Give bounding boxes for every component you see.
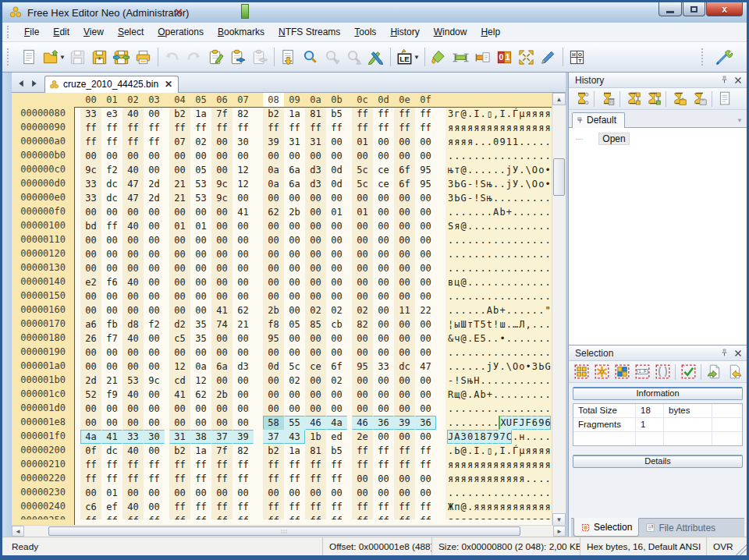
ascii-char[interactable]: . — [499, 388, 505, 402]
ascii-char[interactable]: ‚ — [525, 317, 531, 331]
ascii-char[interactable]: . — [467, 261, 473, 275]
ascii-char[interactable]: b — [492, 303, 499, 317]
ascii-char[interactable]: І — [499, 444, 505, 458]
ascii-char[interactable]: я — [544, 107, 550, 121]
ascii-char[interactable]: . — [538, 486, 544, 500]
ascii-char[interactable]: . — [473, 275, 479, 289]
ascii-char[interactable]: . — [467, 388, 473, 402]
hex-byte[interactable]: ff — [211, 514, 233, 519]
menu-history[interactable]: History — [383, 24, 426, 40]
hex-byte[interactable]: ff — [144, 121, 165, 135]
hex-byte[interactable]: 00 — [211, 374, 233, 388]
ascii-char[interactable]: . — [486, 416, 492, 430]
menu-view[interactable]: View — [76, 24, 111, 40]
tab-scroll-right-button[interactable] — [28, 77, 39, 90]
ascii-char[interactable]: . — [479, 402, 485, 416]
hex-byte[interactable]: 31 — [169, 430, 190, 444]
ascii-char[interactable]: я — [486, 472, 492, 486]
ascii-char[interactable]: . — [544, 289, 550, 303]
ascii-char[interactable]: Ж — [447, 500, 453, 514]
hex-byte[interactable]: 00 — [284, 346, 305, 360]
hex-byte[interactable]: 00 — [352, 219, 373, 233]
menu-operations[interactable]: Operations — [151, 24, 211, 40]
ascii-char[interactable]: . — [531, 289, 538, 303]
ascii-char[interactable]: . — [486, 374, 492, 388]
ascii-char[interactable]: . — [447, 303, 453, 317]
hex-byte[interactable]: ff — [373, 514, 394, 519]
hex-byte[interactable]: 00 — [211, 261, 233, 275]
hex-byte[interactable]: 00 — [263, 233, 284, 247]
hex-byte[interactable]: 12 — [169, 360, 190, 374]
history-tab-default[interactable]: Default — [572, 112, 625, 128]
hex-byte[interactable]: 00 — [233, 374, 254, 388]
hex-byte[interactable]: ff — [80, 135, 101, 149]
hex-byte[interactable]: 7f — [211, 107, 233, 121]
hex-byte[interactable]: 35 — [190, 331, 211, 346]
hex-byte[interactable]: ff — [394, 107, 415, 121]
hex-byte[interactable]: ff — [326, 458, 347, 472]
hex-byte[interactable]: 00 — [190, 275, 211, 289]
hex-byte[interactable]: 00 — [394, 233, 415, 247]
ascii-char[interactable]: . — [525, 388, 531, 402]
ascii-char[interactable]: я — [467, 121, 473, 135]
titlebar[interactable]: Free Hex Editor Neo (Administrator) × x — [2, 2, 747, 23]
ascii-char[interactable]: . — [525, 205, 531, 219]
hex-byte[interactable]: 00 — [415, 374, 436, 388]
ascii-char[interactable]: . — [518, 331, 524, 346]
ascii-char[interactable]: . — [447, 444, 453, 458]
ascii-char[interactable]: . — [467, 107, 473, 121]
hex-byte[interactable]: 00 — [415, 205, 436, 219]
ascii-char[interactable]: . — [512, 275, 518, 289]
hex-byte[interactable]: 02 — [326, 303, 347, 317]
hex-byte[interactable]: 00 — [144, 444, 165, 458]
ascii-char[interactable]: я — [531, 458, 538, 472]
ascii-char[interactable]: ‚ — [492, 107, 499, 121]
ascii-char[interactable]: . — [506, 233, 512, 247]
hex-byte[interactable]: 00 — [144, 275, 165, 289]
hex-view[interactable]: 000102030405060708090a0b0c0d0e0f 0000008… — [12, 93, 566, 537]
ascii-char[interactable]: я — [460, 135, 467, 149]
hex-byte[interactable]: 00 — [394, 275, 415, 289]
hex-byte[interactable]: 00 — [394, 219, 415, 233]
ascii-char[interactable]: . — [531, 219, 538, 233]
hex-byte[interactable]: 2b — [263, 303, 284, 317]
hex-byte[interactable]: 05 — [190, 163, 211, 177]
ascii-char[interactable]: я — [538, 121, 544, 135]
ascii-char[interactable]: . — [506, 289, 512, 303]
ascii-char[interactable]: О — [531, 177, 538, 191]
hex-byte[interactable]: 00 — [144, 388, 165, 402]
hex-byte[interactable]: 00 — [169, 486, 190, 500]
hex-byte[interactable]: 00 — [373, 346, 394, 360]
ascii-char[interactable]: щ — [453, 388, 460, 402]
hex-byte[interactable]: ff — [122, 472, 144, 486]
hex-byte[interactable]: 00 — [352, 191, 373, 205]
print-button[interactable] — [133, 46, 154, 68]
ascii-char[interactable]: . — [473, 416, 479, 430]
paste-insert-button[interactable] — [227, 46, 249, 68]
hex-byte[interactable]: 00 — [305, 402, 326, 416]
hex-byte[interactable]: 00 — [169, 205, 190, 219]
hex-byte[interactable]: 00 — [326, 219, 347, 233]
ascii-char[interactable]: . — [499, 191, 505, 205]
ascii-char[interactable]: Т — [473, 317, 479, 331]
insert-range-button[interactable] — [450, 46, 472, 68]
hex-byte[interactable]: ff — [169, 472, 190, 486]
hex-byte[interactable]: 01 — [190, 219, 211, 233]
hex-byte[interactable]: 12 — [233, 163, 254, 177]
ascii-char[interactable]: 3 — [531, 360, 538, 374]
ascii-char[interactable]: . — [525, 402, 531, 416]
hex-byte[interactable]: 00 — [144, 233, 165, 247]
ascii-char[interactable]: . — [486, 261, 492, 275]
ascii-char[interactable]: . — [538, 346, 544, 360]
hex-byte[interactable]: 00 — [352, 388, 373, 402]
ascii-char[interactable]: я — [518, 500, 524, 514]
ascii-char[interactable]: я — [460, 121, 467, 135]
hex-byte[interactable]: ff — [415, 444, 436, 458]
ascii-char[interactable]: . — [531, 247, 538, 261]
hex-byte[interactable]: 00 — [144, 149, 165, 163]
hex-byte[interactable]: 00 — [211, 275, 233, 289]
hex-byte[interactable]: 00 — [415, 261, 436, 275]
ascii-char[interactable]: . — [518, 135, 524, 149]
ascii-char[interactable]: . — [531, 374, 538, 388]
ascii-char[interactable]: S — [479, 191, 485, 205]
